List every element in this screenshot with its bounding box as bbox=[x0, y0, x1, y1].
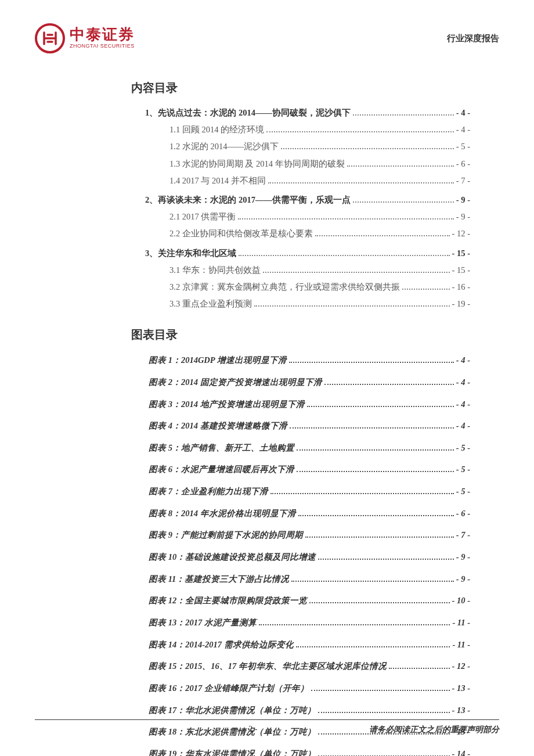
report-type: 行业深度报告 bbox=[447, 33, 499, 44]
figure-entry-page: - 6 - bbox=[456, 506, 470, 521]
toc-entry-page: - 15 - bbox=[452, 264, 470, 277]
toc-entry: 3.1 华东：协同共创效益 - 15 - bbox=[169, 264, 470, 277]
figure-dots bbox=[311, 690, 450, 691]
toc-entry-page: - 15 - bbox=[452, 247, 470, 260]
toc-entry-label: 1、先说点过去：水泥的 2014——协同破裂，泥沙俱下 bbox=[145, 106, 351, 120]
figure-entry-label: 图表 10：基础设施建设投资总额及同比增速 bbox=[149, 550, 316, 564]
figures-list: 图表 1：2014GDP 增速出现明显下滑 - 4 -图表 2：2014 固定资… bbox=[134, 353, 470, 756]
figure-dots bbox=[318, 559, 454, 560]
figure-entry-page: - 4 - bbox=[456, 397, 470, 412]
figure-entry-label: 图表 16：2017 企业错峰限产计划（开年） bbox=[149, 681, 309, 696]
figure-entry-label: 图表 1：2014GDP 增速出现明显下滑 bbox=[149, 353, 287, 368]
figure-entry-page: - 4 - bbox=[456, 419, 470, 433]
toc-dots bbox=[281, 148, 453, 149]
toc-entry: 3、关注华东和华北区域 - 15 - bbox=[145, 247, 470, 260]
figure-dots bbox=[297, 449, 454, 451]
logo-area: 中泰证券 ZHONGTAI SECURITIES bbox=[35, 23, 135, 53]
toc-entry: 1.3 水泥的协同周期 及 2014 年协同周期的破裂 - 6 - bbox=[169, 157, 470, 171]
figure-dots bbox=[296, 646, 450, 647]
figure-dots bbox=[324, 384, 454, 385]
toc-entry-page: - 16 - bbox=[452, 280, 470, 294]
toc-entry-page: - 4 - bbox=[456, 123, 470, 136]
footer-page-number: - 2 - bbox=[244, 725, 257, 735]
figure-entry-page: - 9 - bbox=[456, 550, 470, 564]
figure-dots bbox=[305, 537, 454, 538]
toc-entry-label: 2、再谈谈未来：水泥的 2017——供需平衡，乐观一点 bbox=[145, 193, 351, 207]
figure-entry-label: 图表 13：2017 水泥产量测算 bbox=[149, 615, 257, 630]
toc-dots bbox=[315, 235, 450, 236]
figure-entry: 图表 17：华北水泥供需情况（单位：万吨） - 13 - bbox=[149, 703, 470, 718]
figure-entry: 图表 9：产能过剩前提下水泥的协同周期 - 7 - bbox=[149, 528, 470, 542]
figure-entry: 图表 12：全国主要城市限购限贷政策一览 - 10 - bbox=[149, 593, 470, 608]
figure-entry: 图表 19：华东水泥供需情况（单位：万吨） - 14 - bbox=[149, 747, 470, 756]
figure-entry: 图表 1：2014GDP 增速出现明显下滑 - 4 - bbox=[149, 353, 470, 368]
toc-entry-label: 1.2 水泥的 2014——泥沙俱下 bbox=[169, 140, 279, 153]
toc-entry-page: - 9 - bbox=[456, 210, 470, 224]
figure-dots bbox=[307, 406, 454, 407]
figures-section: 图表目录 图表 1：2014GDP 增速出现明显下滑 - 4 -图表 2：201… bbox=[0, 327, 534, 756]
toc-title: 内容目录 bbox=[131, 80, 470, 96]
toc-dots bbox=[353, 201, 454, 203]
figure-entry-page: - 11 - bbox=[452, 638, 470, 652]
toc-entry-page: - 9 - bbox=[456, 193, 470, 207]
figure-entry: 图表 7：企业盈利能力出现下滑 - 5 - bbox=[149, 484, 470, 499]
toc-entry: 2.1 2017 供需平衡 - 9 - bbox=[169, 210, 470, 224]
toc-entry-page: - 5 - bbox=[456, 140, 470, 153]
figure-entry: 图表 10：基础设施建设投资总额及同比增速 - 9 - bbox=[149, 550, 470, 564]
figure-entry-page: - 10 - bbox=[452, 593, 470, 608]
figures-title: 图表目录 bbox=[131, 327, 470, 343]
figure-entry-label: 图表 5：地产销售、新开工、土地购置 bbox=[149, 441, 294, 455]
logo-icon bbox=[35, 23, 65, 53]
toc-entry-label: 3.1 华东：协同共创效益 bbox=[169, 264, 261, 277]
figure-dots bbox=[309, 602, 449, 603]
toc-entry-page: - 6 - bbox=[456, 157, 470, 171]
figure-entry-label: 图表 19：华东水泥供需情况（单位：万吨） bbox=[149, 747, 316, 756]
toc-entry: 2、再谈谈未来：水泥的 2017——供需平衡，乐观一点 - 9 - bbox=[145, 193, 470, 207]
figure-entry-label: 图表 9：产能过剩前提下水泥的协同周期 bbox=[149, 528, 303, 542]
toc-entry: 3.3 重点企业盈利预测 - 19 - bbox=[169, 297, 470, 311]
footer-disclaimer: 请务必阅读正文之后的重要声明部分 bbox=[369, 725, 499, 735]
toc-dots bbox=[347, 165, 454, 167]
figure-dots bbox=[298, 515, 454, 516]
figure-dots bbox=[290, 427, 454, 429]
figure-dots bbox=[291, 581, 454, 582]
toc-dots bbox=[268, 182, 454, 183]
figure-entry-page: - 11 - bbox=[452, 615, 470, 630]
figure-entry-page: - 4 - bbox=[456, 375, 470, 390]
logo-text: 中泰证券 ZHONGTAI SECURITIES bbox=[70, 27, 135, 50]
toc-entry: 1.1 回顾 2014 的经济环境 - 4 - bbox=[169, 123, 470, 136]
figure-dots bbox=[389, 668, 450, 669]
logo-cn-text: 中泰证券 bbox=[70, 27, 135, 42]
figure-entry: 图表 4：2014 基建投资增速略微下滑 - 4 - bbox=[149, 419, 470, 433]
toc-entry: 1.2 水泥的 2014——泥沙俱下 - 5 - bbox=[169, 140, 470, 153]
toc-entry: 3.2 京津冀：冀东金隅树立典范，行业或迎需求供给双侧共振 - 16 - bbox=[169, 280, 470, 294]
figure-entry: 图表 8：2014 年水泥价格出现明显下滑 - 6 - bbox=[149, 506, 470, 521]
figure-entry-label: 图表 2：2014 固定资产投资增速出现明显下滑 bbox=[149, 375, 322, 390]
figure-dots bbox=[259, 624, 450, 625]
figure-entry-label: 图表 12：全国主要城市限购限贷政策一览 bbox=[149, 593, 307, 608]
toc-entry-label: 3.2 京津冀：冀东金隅树立典范，行业或迎需求供给双侧共振 bbox=[169, 280, 400, 294]
toc-entry-label: 1.1 回顾 2014 的经济环境 bbox=[169, 123, 264, 136]
figure-entry: 图表 16：2017 企业错峰限产计划（开年） - 13 - bbox=[149, 681, 470, 696]
figure-entry-page: - 9 - bbox=[456, 572, 470, 586]
toc-list: 1、先说点过去：水泥的 2014——协同破裂，泥沙俱下 - 4 -1.1 回顾 … bbox=[134, 106, 470, 311]
toc-entry-label: 2.1 2017 供需平衡 bbox=[169, 210, 236, 224]
toc-entry-page: - 19 - bbox=[452, 297, 470, 311]
figure-entry: 图表 5：地产销售、新开工、土地购置 - 5 - bbox=[149, 441, 470, 455]
figure-entry-label: 图表 14：2014-2017 需求供给边际变化 bbox=[149, 638, 294, 652]
logo-en-text: ZHONGTAI SECURITIES bbox=[70, 42, 135, 50]
figure-entry-label: 图表 8：2014 年水泥价格出现明显下滑 bbox=[149, 506, 296, 521]
figure-entry-page: - 13 - bbox=[452, 703, 470, 718]
toc-dots bbox=[402, 289, 450, 290]
figure-entry-label: 图表 6：水泥产量增速回暖后再次下滑 bbox=[149, 462, 294, 477]
figure-dots bbox=[297, 471, 454, 472]
toc-entry: 2.2 企业协同和供给侧改革是核心要素 - 12 - bbox=[169, 227, 470, 240]
toc-entry-label: 1.3 水泥的协同周期 及 2014 年协同周期的破裂 bbox=[169, 157, 345, 171]
toc-entry-page: - 4 - bbox=[456, 106, 470, 120]
toc-entry-label: 3、关注华东和华北区域 bbox=[145, 247, 236, 260]
toc-entry-page: - 12 - bbox=[452, 227, 470, 240]
toc-dots bbox=[353, 114, 454, 116]
figure-entry-label: 图表 11：基建投资三大下游占比情况 bbox=[149, 572, 289, 586]
toc-entry: 1、先说点过去：水泥的 2014——协同破裂，泥沙俱下 - 4 - bbox=[145, 106, 470, 120]
figure-entry-label: 图表 4：2014 基建投资增速略微下滑 bbox=[149, 419, 287, 433]
